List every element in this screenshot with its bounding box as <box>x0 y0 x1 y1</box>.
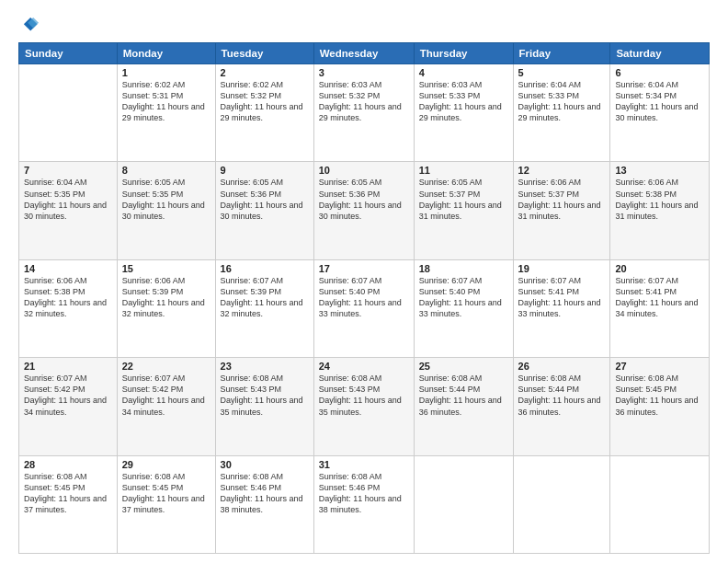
day-info: Sunrise: 6:07 AMSunset: 5:40 PMDaylight:… <box>419 275 508 320</box>
calendar-cell: 13 Sunrise: 6:06 AMSunset: 5:38 PMDaylig… <box>610 162 710 259</box>
calendar-cell: 31 Sunrise: 6:08 AMSunset: 5:46 PMDaylig… <box>313 455 414 553</box>
day-header-tuesday: Tuesday <box>215 43 313 64</box>
calendar-cell: 2 Sunrise: 6:02 AMSunset: 5:32 PMDayligh… <box>215 64 313 162</box>
day-info: Sunrise: 6:04 AMSunset: 5:34 PMDaylight:… <box>615 79 704 124</box>
calendar-cell: 29 Sunrise: 6:08 AMSunset: 5:45 PMDaylig… <box>117 455 215 553</box>
calendar-week-row: 28 Sunrise: 6:08 AMSunset: 5:45 PMDaylig… <box>19 455 710 553</box>
day-info: Sunrise: 6:07 AMSunset: 5:41 PMDaylight:… <box>518 275 606 320</box>
calendar-cell: 20 Sunrise: 6:07 AMSunset: 5:41 PMDaylig… <box>610 259 710 357</box>
calendar-cell: 25 Sunrise: 6:08 AMSunset: 5:44 PMDaylig… <box>414 358 513 455</box>
day-number: 30 <box>221 459 309 470</box>
day-header-monday: Monday <box>117 43 215 64</box>
day-info: Sunrise: 6:06 AMSunset: 5:37 PMDaylight:… <box>518 177 606 222</box>
day-number: 20 <box>615 263 704 274</box>
calendar-cell: 26 Sunrise: 6:08 AMSunset: 5:44 PMDaylig… <box>513 358 610 455</box>
calendar-week-row: 21 Sunrise: 6:07 AMSunset: 5:42 PMDaylig… <box>19 358 710 455</box>
day-number: 29 <box>122 459 210 470</box>
day-info: Sunrise: 6:05 AMSunset: 5:35 PMDaylight:… <box>122 177 210 222</box>
day-info: Sunrise: 6:06 AMSunset: 5:38 PMDaylight:… <box>615 177 704 222</box>
day-info: Sunrise: 6:06 AMSunset: 5:38 PMDaylight:… <box>24 275 112 320</box>
day-info: Sunrise: 6:05 AMSunset: 5:36 PMDaylight:… <box>319 177 409 222</box>
day-number: 13 <box>615 165 704 176</box>
calendar-header-row: SundayMondayTuesdayWednesdayThursdayFrid… <box>19 43 710 64</box>
day-info: Sunrise: 6:07 AMSunset: 5:40 PMDaylight:… <box>319 275 409 320</box>
calendar-cell: 16 Sunrise: 6:07 AMSunset: 5:39 PMDaylig… <box>215 259 313 357</box>
calendar-week-row: 1 Sunrise: 6:02 AMSunset: 5:31 PMDayligh… <box>19 64 710 162</box>
day-header-saturday: Saturday <box>610 43 710 64</box>
day-info: Sunrise: 6:04 AMSunset: 5:35 PMDaylight:… <box>24 177 112 222</box>
day-number: 28 <box>24 459 112 470</box>
calendar-cell: 8 Sunrise: 6:05 AMSunset: 5:35 PMDayligh… <box>117 162 215 259</box>
day-header-friday: Friday <box>513 43 610 64</box>
calendar-cell: 19 Sunrise: 6:07 AMSunset: 5:41 PMDaylig… <box>513 259 610 357</box>
day-number: 23 <box>221 361 309 372</box>
calendar-cell: 28 Sunrise: 6:08 AMSunset: 5:45 PMDaylig… <box>19 455 118 553</box>
day-number: 16 <box>221 263 309 274</box>
calendar-week-row: 7 Sunrise: 6:04 AMSunset: 5:35 PMDayligh… <box>19 162 710 259</box>
day-number: 25 <box>419 361 508 372</box>
day-header-sunday: Sunday <box>19 43 118 64</box>
day-number: 19 <box>518 263 606 274</box>
calendar-cell: 27 Sunrise: 6:08 AMSunset: 5:45 PMDaylig… <box>610 358 710 455</box>
day-number: 3 <box>319 67 409 78</box>
calendar-cell: 30 Sunrise: 6:08 AMSunset: 5:46 PMDaylig… <box>215 455 313 553</box>
day-info: Sunrise: 6:08 AMSunset: 5:43 PMDaylight:… <box>319 373 409 418</box>
day-number: 4 <box>419 67 508 78</box>
day-header-wednesday: Wednesday <box>313 43 414 64</box>
day-number: 1 <box>122 67 210 78</box>
header <box>18 15 710 35</box>
calendar-cell: 11 Sunrise: 6:05 AMSunset: 5:37 PMDaylig… <box>414 162 513 259</box>
day-number: 2 <box>221 67 309 78</box>
calendar-cell <box>610 455 710 553</box>
calendar-cell: 21 Sunrise: 6:07 AMSunset: 5:42 PMDaylig… <box>19 358 118 455</box>
calendar-cell: 24 Sunrise: 6:08 AMSunset: 5:43 PMDaylig… <box>313 358 414 455</box>
calendar-cell: 10 Sunrise: 6:05 AMSunset: 5:36 PMDaylig… <box>313 162 414 259</box>
day-info: Sunrise: 6:03 AMSunset: 5:32 PMDaylight:… <box>319 79 409 124</box>
day-number: 21 <box>24 361 112 372</box>
day-info: Sunrise: 6:07 AMSunset: 5:42 PMDaylight:… <box>122 373 210 418</box>
calendar-cell <box>414 455 513 553</box>
day-number: 17 <box>319 263 409 274</box>
day-info: Sunrise: 6:05 AMSunset: 5:37 PMDaylight:… <box>419 177 508 222</box>
calendar-cell: 14 Sunrise: 6:06 AMSunset: 5:38 PMDaylig… <box>19 259 118 357</box>
day-number: 14 <box>24 263 112 274</box>
day-info: Sunrise: 6:08 AMSunset: 5:46 PMDaylight:… <box>319 471 409 516</box>
day-number: 31 <box>319 459 409 470</box>
day-info: Sunrise: 6:03 AMSunset: 5:33 PMDaylight:… <box>419 79 508 124</box>
day-number: 8 <box>122 165 210 176</box>
day-info: Sunrise: 6:08 AMSunset: 5:44 PMDaylight:… <box>518 373 606 418</box>
day-info: Sunrise: 6:08 AMSunset: 5:45 PMDaylight:… <box>24 471 112 516</box>
day-number: 5 <box>518 67 606 78</box>
day-info: Sunrise: 6:05 AMSunset: 5:36 PMDaylight:… <box>221 177 309 222</box>
logo-icon <box>18 15 39 35</box>
day-number: 27 <box>615 361 704 372</box>
day-info: Sunrise: 6:07 AMSunset: 5:39 PMDaylight:… <box>221 275 309 320</box>
day-info: Sunrise: 6:08 AMSunset: 5:45 PMDaylight:… <box>122 471 210 516</box>
day-number: 24 <box>319 361 409 372</box>
day-number: 9 <box>221 165 309 176</box>
day-info: Sunrise: 6:08 AMSunset: 5:45 PMDaylight:… <box>615 373 704 418</box>
calendar-cell: 17 Sunrise: 6:07 AMSunset: 5:40 PMDaylig… <box>313 259 414 357</box>
calendar-cell: 6 Sunrise: 6:04 AMSunset: 5:34 PMDayligh… <box>610 64 710 162</box>
calendar-cell: 7 Sunrise: 6:04 AMSunset: 5:35 PMDayligh… <box>19 162 118 259</box>
calendar-cell: 3 Sunrise: 6:03 AMSunset: 5:32 PMDayligh… <box>313 64 414 162</box>
calendar-cell: 9 Sunrise: 6:05 AMSunset: 5:36 PMDayligh… <box>215 162 313 259</box>
calendar-cell: 23 Sunrise: 6:08 AMSunset: 5:43 PMDaylig… <box>215 358 313 455</box>
day-info: Sunrise: 6:08 AMSunset: 5:44 PMDaylight:… <box>419 373 508 418</box>
page: SundayMondayTuesdayWednesdayThursdayFrid… <box>0 0 728 563</box>
day-number: 12 <box>518 165 606 176</box>
day-info: Sunrise: 6:08 AMSunset: 5:46 PMDaylight:… <box>221 471 309 516</box>
day-number: 18 <box>419 263 508 274</box>
day-header-thursday: Thursday <box>414 43 513 64</box>
calendar-week-row: 14 Sunrise: 6:06 AMSunset: 5:38 PMDaylig… <box>19 259 710 357</box>
day-number: 11 <box>419 165 508 176</box>
day-number: 26 <box>518 361 606 372</box>
calendar-cell <box>19 64 118 162</box>
day-info: Sunrise: 6:08 AMSunset: 5:43 PMDaylight:… <box>221 373 309 418</box>
day-number: 7 <box>24 165 112 176</box>
calendar-cell: 5 Sunrise: 6:04 AMSunset: 5:33 PMDayligh… <box>513 64 610 162</box>
day-info: Sunrise: 6:06 AMSunset: 5:39 PMDaylight:… <box>122 275 210 320</box>
calendar-cell: 15 Sunrise: 6:06 AMSunset: 5:39 PMDaylig… <box>117 259 215 357</box>
day-info: Sunrise: 6:04 AMSunset: 5:33 PMDaylight:… <box>518 79 606 124</box>
day-number: 15 <box>122 263 210 274</box>
